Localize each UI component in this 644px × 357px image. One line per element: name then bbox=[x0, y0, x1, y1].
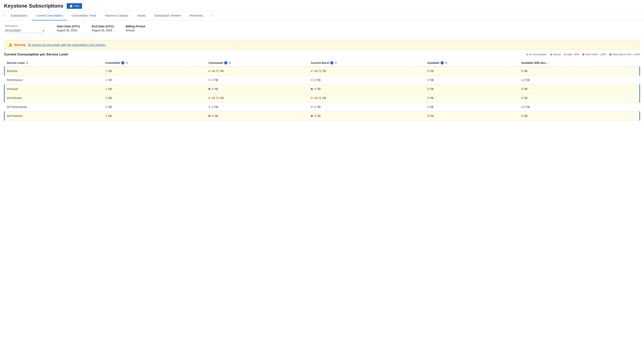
current-burst-status-dot bbox=[311, 70, 313, 72]
warning-link[interactable]: 34 volumes do not comply with this subsc… bbox=[28, 43, 106, 46]
legend-label-burst: Burst 100% - 120% bbox=[586, 53, 606, 56]
consumed-value: 44.71 TiB bbox=[212, 69, 224, 73]
legend-dot-normal bbox=[550, 53, 552, 55]
cell-committed: 1 TiB bbox=[103, 103, 206, 112]
cell-available-with-burst: 0 TiB bbox=[519, 94, 640, 103]
legend-normal: Normal bbox=[550, 53, 561, 56]
table-row: Performance 1 TiB 0 TiB 0 TiB 1 TiB 1.2 … bbox=[4, 76, 640, 85]
start-date-field: Start Date (UTC) August 26, 2024 bbox=[57, 24, 80, 32]
end-date-field: End Date (UTC) August 26, 2025 bbox=[92, 24, 114, 32]
help-icon: 📋 bbox=[70, 4, 73, 7]
legend-label-high: High > 80% bbox=[567, 53, 579, 56]
info-current-burst-icon[interactable]: i bbox=[330, 61, 334, 64]
filter-service-level-icon[interactable]: ☰ bbox=[26, 61, 28, 64]
current-burst-value: 0 TiB bbox=[314, 78, 320, 82]
cell-available: 0 TiB bbox=[425, 67, 519, 76]
table-header-row: Current Consumption per Service Level No… bbox=[4, 52, 640, 56]
cell-consumed: 4 TiB bbox=[206, 112, 308, 120]
cell-committed: 1 TiB bbox=[103, 85, 206, 94]
consumed-status-dot bbox=[208, 88, 210, 90]
tab-assets[interactable]: Assets bbox=[133, 11, 150, 20]
cell-current-burst: 43.71 TiB bbox=[308, 67, 425, 76]
cell-available-with-burst: 0 TiB bbox=[519, 85, 640, 94]
filter-consumed-icon[interactable]: ☰ bbox=[228, 61, 231, 64]
tab-consumption-trend[interactable]: Consumption Trend bbox=[67, 11, 100, 20]
cell-committed: 1 TiB bbox=[103, 112, 206, 120]
filter-current-burst-icon[interactable]: ☰ bbox=[334, 61, 337, 64]
info-consumed-icon[interactable]: i bbox=[224, 61, 228, 64]
table-wrapper: Service Level ☰ Committed i ☰ Cons bbox=[4, 59, 640, 120]
cell-consumed: 4 TiB bbox=[206, 85, 308, 94]
consumed-value: 44.71 TiB bbox=[212, 96, 224, 100]
filter-available-icon[interactable]: ☰ bbox=[445, 61, 447, 64]
current-burst-status-dot bbox=[311, 115, 313, 117]
cell-available-with-burst: 1.2 TiB bbox=[519, 76, 640, 85]
cell-available: 1 TiB bbox=[425, 76, 519, 85]
cell-service-level: Performance bbox=[4, 76, 103, 85]
tab-volumes-objects[interactable]: Volumes & Objects bbox=[100, 11, 133, 20]
cell-available-with-burst: 0 TiB bbox=[519, 67, 640, 76]
consumed-value: 0 TiB bbox=[212, 105, 218, 109]
end-date-value: August 26, 2025 bbox=[92, 29, 114, 32]
info-available-icon[interactable]: i bbox=[440, 61, 444, 64]
tab-subscription-timeline[interactable]: Subscription Timeline bbox=[150, 11, 185, 20]
tab-performance[interactable]: Performan… bbox=[185, 11, 210, 20]
start-date-label: Start Date (UTC) bbox=[57, 24, 80, 28]
consumed-value: 0 TiB bbox=[212, 78, 218, 82]
table-row: DII Extreme 1 TiB 44.71 TiB 43.71 TiB 0 … bbox=[4, 94, 640, 103]
current-burst-status-dot bbox=[311, 88, 313, 90]
cell-service-level: DII Premium bbox=[4, 112, 103, 120]
cell-available: 1 TiB bbox=[425, 103, 519, 112]
current-burst-value: 0 TiB bbox=[314, 105, 320, 109]
table-header: Service Level ☰ Committed i ☰ Cons bbox=[4, 59, 640, 67]
warning-banner: ⚠️ Warning: 34 volumes do not comply wit… bbox=[4, 40, 640, 50]
table-row: Extreme 1 TiB 44.71 TiB 43.71 TiB 0 TiB … bbox=[4, 67, 640, 76]
consumed-status-dot bbox=[208, 79, 210, 81]
legend-label-above-burst: Above Burst Limit > 120% bbox=[612, 53, 640, 56]
cell-consumed: 0 TiB bbox=[206, 103, 308, 112]
legend-burst: Burst 100% - 120% bbox=[582, 53, 606, 56]
legend-label-no-consumption: No Consumption bbox=[529, 53, 547, 56]
subscription-select[interactable]: XXX1234567 bbox=[5, 28, 45, 33]
help-button[interactable]: 📋 Help bbox=[67, 3, 82, 9]
consumed-status-dot bbox=[208, 97, 210, 99]
cell-consumed: 44.71 TiB bbox=[206, 67, 308, 76]
cell-service-level: Extreme bbox=[4, 67, 103, 76]
legend-above-burst: Above Burst Limit > 120% bbox=[610, 53, 640, 56]
current-burst-value: 43.71 TiB bbox=[314, 96, 326, 100]
page-header: Keystone Subscriptions 📋 Help bbox=[0, 0, 644, 11]
col-consumed: Consumed i ☰ bbox=[206, 59, 308, 67]
start-date-value: August 26, 2024 bbox=[57, 29, 80, 32]
legend-label-normal: Normal bbox=[553, 53, 561, 56]
cell-current-burst: 43.71 TiB bbox=[308, 94, 425, 103]
table-row: DII Performance 1 TiB 0 TiB 0 TiB 1 TiB … bbox=[4, 103, 640, 112]
billing-period-field: Billing Period Annual bbox=[126, 24, 145, 32]
cell-current-burst: 3 TiB bbox=[308, 85, 425, 94]
tab-current-consumption[interactable]: Current Consumption bbox=[32, 11, 67, 20]
cell-available-with-burst: 1.2 TiB bbox=[519, 103, 640, 112]
warning-icon: ⚠️ bbox=[8, 43, 12, 47]
nav-tabs: ‹ Subscriptions Current Consumption Cons… bbox=[0, 11, 644, 20]
nav-left-arrow[interactable]: ‹ bbox=[2, 11, 6, 20]
consumed-status-dot bbox=[208, 70, 210, 72]
legend-dot-high bbox=[564, 53, 566, 55]
info-committed-icon[interactable]: i bbox=[121, 61, 124, 64]
cell-available-with-burst: 0 TiB bbox=[519, 112, 640, 120]
consumed-status-dot bbox=[208, 115, 210, 117]
legend-dot-burst bbox=[582, 53, 584, 55]
cell-available: 0 TiB bbox=[425, 112, 519, 120]
cell-consumed: 44.71 TiB bbox=[206, 94, 308, 103]
subscription-label: Subscription bbox=[5, 24, 45, 27]
tab-subscriptions[interactable]: Subscriptions bbox=[6, 11, 32, 20]
current-burst-value: 3 TiB bbox=[314, 114, 320, 117]
table-row: Premium 1 TiB 4 TiB 3 TiB 0 TiB 0 TiB bbox=[4, 85, 640, 94]
cell-current-burst: 3 TiB bbox=[308, 112, 425, 120]
cell-service-level: DII Performance bbox=[4, 103, 103, 112]
cell-service-level: Premium bbox=[4, 85, 103, 94]
legend-dot-no-consumption bbox=[526, 53, 528, 55]
filter-committed-icon[interactable]: ☰ bbox=[126, 61, 128, 64]
legend: No Consumption Normal High > 80% Burst 1… bbox=[526, 53, 640, 56]
billing-period-label: Billing Period bbox=[126, 24, 145, 28]
legend-high: High > 80% bbox=[564, 53, 579, 56]
nav-right-arrow[interactable]: › bbox=[210, 11, 214, 20]
